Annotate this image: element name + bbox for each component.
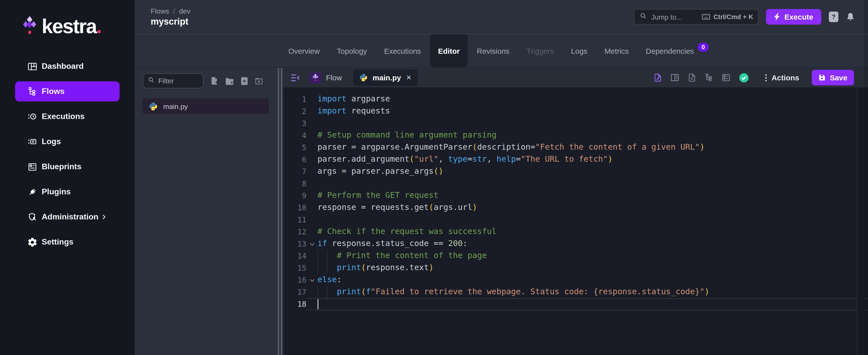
new-file-icon[interactable]: [210, 76, 218, 85]
line-number: 7: [283, 166, 306, 178]
code-text: args = parser.parse_args(): [317, 166, 868, 178]
execute-button[interactable]: Execute: [766, 9, 821, 25]
breadcrumb-namespace[interactable]: dev: [179, 7, 190, 15]
line-number: 4: [283, 130, 306, 141]
code-text: [317, 118, 868, 130]
code-line[interactable]: 11: [283, 214, 868, 226]
panel-splitter[interactable]: [277, 68, 283, 355]
tab-revisions[interactable]: Revisions: [469, 34, 518, 67]
fold-chevron-icon[interactable]: [306, 274, 317, 286]
tab-overview[interactable]: Overview: [280, 34, 328, 67]
validation-check-icon[interactable]: [738, 72, 749, 83]
code-line[interactable]: 10response = requests.get(args.url): [283, 202, 868, 214]
bell-icon[interactable]: [846, 12, 855, 22]
sidebar-item-dashboard[interactable]: Dashboard: [15, 56, 120, 76]
tab-editor[interactable]: Editor: [430, 34, 468, 67]
sidebar-item-settings[interactable]: Settings: [15, 232, 120, 252]
tab-topology[interactable]: Topology: [329, 34, 375, 67]
code-text: response = requests.get(args.url): [317, 202, 868, 214]
code-line[interactable]: 8: [283, 178, 868, 190]
code-text: parser.add_argument("url", type=str, hel…: [317, 154, 868, 166]
dashboard-icon: [27, 61, 38, 72]
sidebar-item-logs[interactable]: Logs: [15, 132, 120, 152]
split-view-icon[interactable]: [670, 73, 680, 82]
sidebar-item-administration[interactable]: Administration: [15, 207, 120, 227]
code-line[interactable]: 18: [283, 298, 868, 310]
tab-logs[interactable]: Logs: [563, 34, 595, 67]
code-text: # Print the content of the page: [317, 250, 868, 262]
code-line[interactable]: 9# Perform the GET request: [283, 190, 868, 202]
sidebar-item-label: Executions: [42, 112, 85, 121]
editor-tab-bar: Flow main.py ✕: [283, 68, 868, 87]
line-number: 2: [283, 105, 306, 118]
filter-box[interactable]: [143, 73, 204, 88]
filter-input[interactable]: [158, 77, 198, 85]
code-line[interactable]: 7args = parser.parse_args(): [283, 166, 868, 178]
code-line[interactable]: 4# Setup command line argument parsing: [283, 130, 868, 141]
code-text: print(f"Failed to retrieve the webpage. …: [317, 286, 868, 298]
fold-spacer: [306, 93, 317, 105]
indent-guide: [327, 286, 328, 298]
edit-flow-icon[interactable]: [653, 73, 662, 82]
code-line[interactable]: 14 # Print the content of the page: [283, 250, 868, 262]
code-line[interactable]: 13if response.status_code == 200:: [283, 238, 868, 250]
code-line[interactable]: 5parser = argparse.ArgumentParser(descri…: [283, 141, 868, 154]
collapse-sidebar-icon[interactable]: [290, 73, 300, 82]
jump-to-search[interactable]: Ctrl/Cmd + K: [634, 9, 759, 25]
fold-spacer: [306, 214, 317, 226]
sidebar: kestra. Dashboard Flows Executions: [0, 0, 135, 355]
kestra-logo[interactable]: kestra.: [0, 0, 135, 37]
fold-chevron-icon[interactable]: [306, 238, 317, 250]
file-tab-label: main.py: [372, 73, 401, 82]
file-tree-item-mainpy[interactable]: main.py: [143, 98, 269, 114]
breadcrumb-flows[interactable]: Flows: [151, 7, 169, 15]
code-line[interactable]: 16else:: [283, 274, 868, 286]
tree-view-icon[interactable]: [704, 73, 714, 82]
line-number: 6: [283, 154, 306, 166]
logs-icon: [27, 136, 38, 147]
sidebar-item-flows[interactable]: Flows: [15, 82, 120, 101]
code-editor[interactable]: 1import argparse2import requests34# Setu…: [283, 87, 868, 355]
code-line[interactable]: 17 print(f"Failed to retrieve the webpag…: [283, 286, 868, 298]
code-line[interactable]: 12# Check if the request was successful: [283, 226, 868, 238]
indent-guide: [317, 262, 318, 274]
close-tab-icon[interactable]: ✕: [406, 74, 412, 81]
new-folder-icon[interactable]: [225, 76, 234, 85]
indent-guide: [317, 250, 318, 262]
blueprint-panel-icon[interactable]: [721, 73, 731, 82]
import-file-icon[interactable]: [241, 76, 248, 85]
sidebar-item-executions[interactable]: Executions: [15, 106, 120, 127]
export-folder-icon[interactable]: [255, 76, 263, 85]
code-text: # Check if the request was successful: [317, 226, 868, 238]
editor-scrollbar[interactable]: [857, 87, 864, 355]
help-icon[interactable]: ?: [829, 11, 838, 22]
breadcrumb-separator: /: [173, 7, 175, 15]
code-text: # Perform the GET request: [317, 190, 868, 202]
code-line[interactable]: 6parser.add_argument("url", type=str, he…: [283, 154, 868, 166]
flow-editor-tab[interactable]: Flow: [310, 72, 342, 83]
search-input[interactable]: [651, 13, 698, 21]
tab-dependencies[interactable]: Dependencies 0: [638, 34, 717, 67]
sidebar-item-label: Logs: [42, 137, 61, 146]
save-button[interactable]: Save: [812, 70, 854, 85]
page-scrollbar[interactable]: [864, 0, 868, 355]
code-text: if response.status_code == 200:: [317, 238, 868, 250]
tab-executions[interactable]: Executions: [376, 34, 429, 67]
sidebar-item-plugins[interactable]: Plugins: [15, 182, 120, 202]
editor-workspace: main.py Flow: [135, 68, 868, 355]
logo-text: kestra.: [42, 15, 101, 37]
code-line[interactable]: 2import requests: [283, 105, 868, 118]
code-line[interactable]: 3: [283, 118, 868, 130]
gear-icon: [27, 236, 38, 248]
sidebar-item-label: Administration: [42, 213, 98, 221]
document-icon[interactable]: [687, 73, 697, 82]
code-line[interactable]: 15 print(response.text): [283, 262, 868, 274]
topbar-actions: Ctrl/Cmd + K Execute ?: [634, 9, 855, 25]
file-tab-mainpy[interactable]: main.py ✕: [353, 69, 417, 86]
code-line[interactable]: 1import argparse: [283, 93, 868, 105]
tab-metrics[interactable]: Metrics: [596, 34, 637, 67]
sidebar-item-blueprints[interactable]: Blueprints: [15, 157, 120, 177]
actions-button[interactable]: ⋮ Actions: [762, 73, 799, 82]
code-text: [317, 178, 868, 190]
search-icon: [640, 12, 647, 22]
